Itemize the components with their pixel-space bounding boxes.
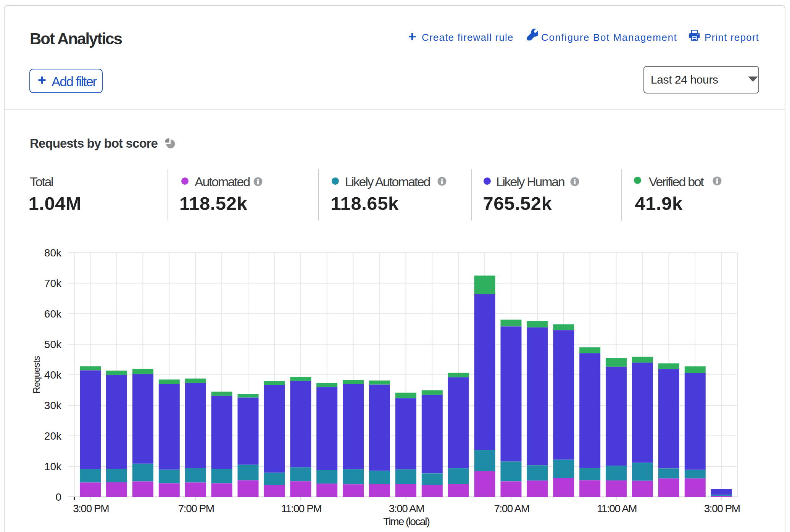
svg-text:3:00 PM: 3:00 PM: [73, 503, 109, 514]
svg-text:40k: 40k: [44, 369, 62, 381]
svg-text:Time (local): Time (local): [383, 516, 429, 527]
svg-text:80k: 80k: [44, 247, 62, 259]
svg-text:7:00 AM: 7:00 AM: [494, 503, 529, 514]
svg-text:30k: 30k: [44, 400, 62, 411]
svg-text:10k: 10k: [44, 461, 62, 472]
svg-text:11:00 PM: 11:00 PM: [281, 503, 321, 514]
svg-text:60k: 60k: [44, 308, 62, 320]
svg-text:20k: 20k: [44, 430, 62, 442]
svg-text:50k: 50k: [44, 339, 62, 350]
svg-text:Requests: Requests: [31, 356, 42, 394]
svg-text:7:00 PM: 7:00 PM: [178, 503, 214, 514]
svg-text:70k: 70k: [44, 277, 62, 289]
svg-text:0: 0: [55, 491, 61, 503]
svg-text:11:00 AM: 11:00 AM: [597, 503, 637, 514]
svg-text:3:00 AM: 3:00 AM: [389, 503, 424, 514]
svg-text:3:00 PM: 3:00 PM: [704, 503, 740, 514]
